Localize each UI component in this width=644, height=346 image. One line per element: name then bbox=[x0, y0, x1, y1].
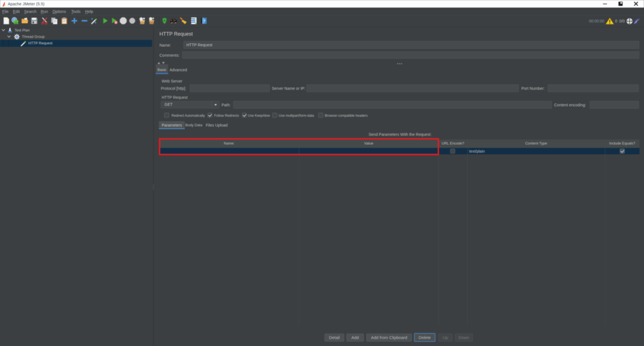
svg-text:?: ? bbox=[203, 19, 205, 23]
